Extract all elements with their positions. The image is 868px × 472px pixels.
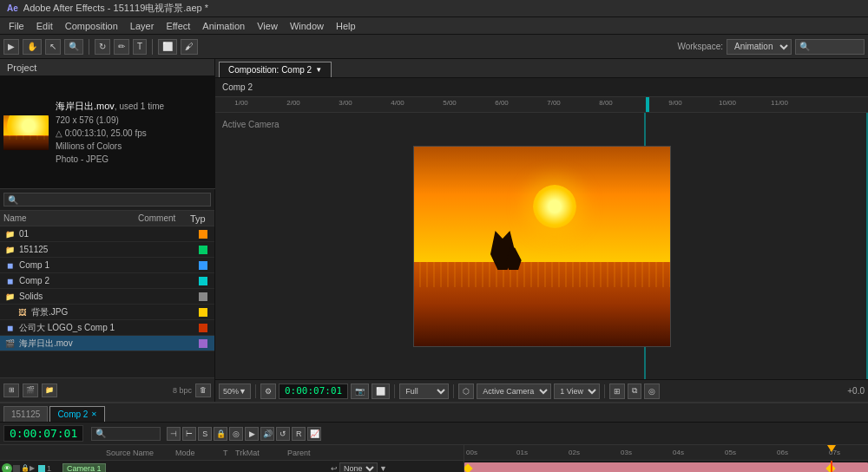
project-search-bar: [0, 189, 214, 211]
file-item-01[interactable]: 📁 01: [0, 226, 214, 242]
timeline-search[interactable]: [91, 427, 161, 441]
tc-btn-out[interactable]: ⊢: [182, 427, 196, 441]
menu-animation[interactable]: Animation: [197, 20, 250, 32]
parent-arrow: ↩: [331, 464, 338, 473]
sunset-sun: [533, 185, 576, 228]
file-item-151125[interactable]: 📁 151125: [0, 242, 214, 258]
panel-btn-folder[interactable]: 📁: [42, 384, 57, 397]
toolbar-pen[interactable]: ✏: [114, 39, 129, 55]
project-search-input[interactable]: [3, 193, 211, 206]
main-layout: Project 海岸日出.mov, used 1 time 720 x 576 …: [0, 59, 868, 402]
vc-quality-select[interactable]: Full Half Quarter: [399, 384, 449, 399]
menu-view[interactable]: View: [252, 20, 283, 32]
timeline-timecode[interactable]: 0:00:07:01: [3, 425, 83, 442]
layer-expand-camera[interactable]: ▶: [30, 464, 38, 472]
vc-camera[interactable]: 📷: [351, 384, 369, 399]
track-row-camera: [464, 461, 868, 472]
preview-area: 海岸日出.mov, used 1 time 720 x 576 (1.09) △…: [0, 76, 215, 189]
ruler-mark-7: 7/00: [547, 99, 561, 107]
file-item-comp2[interactable]: ◼ Comp 2: [0, 273, 214, 289]
viewer-label-bar: Comp 2: [215, 78, 868, 97]
timeline-section: 151125 Comp 2 ✕ 0:00:07:01 ⊣ ⊢ S 🔒 ◎ ▶ 🔊…: [0, 402, 868, 472]
preview-type: Photo - JPEG: [56, 153, 164, 166]
file-color-01: [199, 230, 207, 239]
col-comment-header: Comment: [138, 213, 190, 223]
vc-settings[interactable]: ⚙: [260, 384, 276, 399]
layer-lock-camera[interactable]: 🔒: [21, 464, 30, 472]
workspace-select[interactable]: Animation: [727, 39, 792, 55]
vc-camera-select[interactable]: Active Camera: [477, 384, 551, 399]
vc-overlap[interactable]: ⧉: [628, 384, 641, 399]
panel-btn-new-comp[interactable]: 🎬: [23, 384, 38, 397]
zoom-arrow: ▼: [239, 387, 247, 396]
comp-tab-active[interactable]: Composition: Comp 2 ▼: [219, 62, 332, 77]
toolbar-select[interactable]: ↖: [45, 39, 61, 55]
panel-btn-interpret[interactable]: ⊞: [3, 384, 19, 397]
menu-composition[interactable]: Composition: [60, 20, 123, 32]
tc-btn-play[interactable]: ▶: [245, 427, 259, 441]
vc-zoom-btn[interactable]: 50% ▼: [219, 384, 251, 399]
menu-file[interactable]: File: [3, 20, 30, 32]
file-color-solids: [199, 292, 207, 301]
toolbar-text[interactable]: T: [133, 39, 147, 55]
menu-help[interactable]: Help: [331, 20, 361, 32]
menu-layer[interactable]: Layer: [125, 20, 160, 32]
comp-icon-comp1: ◼: [3, 259, 16, 272]
menu-effect[interactable]: Effect: [161, 20, 195, 32]
vc-3d[interactable]: ⬡: [458, 384, 474, 399]
layer-num-camera: 1: [47, 464, 62, 473]
toolbar-shape[interactable]: ⬜: [158, 39, 177, 55]
tc-btn-ram[interactable]: R: [292, 427, 306, 441]
ruler-left: 1/00 2/00 3/00 4/00 5/00 6/00 7/00 8/00: [215, 97, 649, 112]
vc-grid[interactable]: ⊞: [609, 384, 625, 399]
comp-icon-logo: ◼: [3, 322, 16, 334]
ruler-mark-8: 8/00: [599, 99, 613, 107]
panel-btn-trash[interactable]: 🗑: [195, 384, 211, 397]
file-item-logo[interactable]: ◼ 公司大 LOGO_s Comp 1: [0, 320, 214, 336]
track-mark-06: 06s: [777, 449, 788, 456]
toolbar-hand[interactable]: ✋: [23, 39, 42, 55]
toolbar-rotate[interactable]: ↻: [95, 39, 110, 55]
file-item-comp1[interactable]: ◼ Comp 1: [0, 258, 214, 273]
timeline-tab-151125[interactable]: 151125: [3, 406, 48, 422]
file-item-background[interactable]: 🖼 背景.JPG: [0, 305, 214, 320]
layer-col-trkmat: TrkMat: [235, 449, 287, 457]
tc-btn-in[interactable]: ⊣: [167, 427, 181, 441]
toolbar-new[interactable]: ▶: [3, 39, 19, 55]
layer-col-src: Source Name: [106, 449, 175, 457]
tc-btn-loop[interactable]: ↺: [276, 427, 290, 441]
timeline-tab-comp2[interactable]: Comp 2 ✕: [49, 406, 105, 422]
parent-arrow2: ▼: [379, 464, 387, 473]
app-icon: Ae: [7, 3, 18, 13]
file-name-movie: 海岸日出.mov: [19, 338, 199, 350]
file-item-solids[interactable]: 📁 Solids: [0, 289, 214, 305]
tc-btn-lock[interactable]: 🔒: [214, 427, 227, 441]
vc-view-select[interactable]: 1 View: [554, 384, 600, 399]
menu-window[interactable]: Window: [285, 20, 329, 32]
tc-btn-graph[interactable]: 📈: [307, 427, 321, 441]
image-icon-background: 🖼: [16, 306, 28, 318]
tc-btn-cs[interactable]: ◎: [229, 427, 243, 441]
toolbar-zoom[interactable]: 🔍: [64, 39, 83, 55]
toolbar-search[interactable]: [795, 39, 865, 55]
tc-btn-audio[interactable]: 🔊: [260, 427, 274, 441]
parent-select-camera[interactable]: None: [339, 462, 378, 473]
active-camera-label: Active Camera: [222, 120, 279, 129]
file-item-movie[interactable]: 🎬 海岸日出.mov: [0, 336, 214, 351]
tc-btn-solo[interactable]: S: [198, 427, 212, 441]
vc-motion[interactable]: ◎: [644, 384, 660, 399]
layer-col-t: T: [223, 449, 235, 457]
menu-edit[interactable]: Edit: [31, 20, 58, 32]
viewer-controls: 50% ▼ ⚙ 0:00:07:01 📷 ⬜ Full Half Quarter…: [215, 379, 868, 402]
track-area: 00s 01s 02s 03s 04s 05s 06s 07s: [464, 445, 868, 472]
vc-sep3: [453, 384, 454, 398]
layer-solo[interactable]: [13, 465, 20, 472]
folder-icon-01: 📁: [3, 228, 16, 240]
layer-eye-camera[interactable]: 👁: [2, 463, 12, 473]
vc-snapshot[interactable]: ⬜: [372, 384, 390, 399]
vc-timecode[interactable]: 0:00:07:01: [279, 384, 348, 399]
comp-area: Composition: Comp 2 ▼ Comp 2 1/00 2/00 3…: [215, 59, 868, 402]
toolbar-brush[interactable]: 🖌: [181, 39, 198, 55]
layer-row-camera[interactable]: 👁 🔒 ▶ 1 Camera 1 ↩ None ▼: [0, 461, 464, 472]
tab-close-icon[interactable]: ✕: [91, 410, 97, 418]
